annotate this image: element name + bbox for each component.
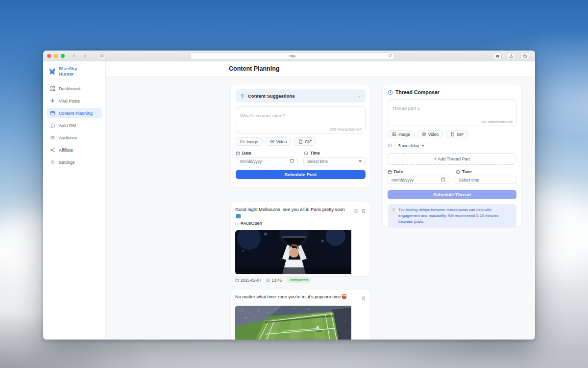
time-label: Time — [310, 151, 320, 156]
sidebar-item-label: Settings — [59, 160, 75, 165]
post-date-value: 2025-02-07 — [241, 278, 261, 283]
share-up-icon — [509, 54, 514, 58]
browser-titlebar: Title — [43, 51, 535, 61]
edit-icon — [353, 209, 358, 213]
thread-composer-header: Thread Composer — [388, 89, 516, 95]
reload-button[interactable] — [388, 53, 392, 58]
new-tab-button[interactable] — [520, 53, 529, 59]
chevron-down-icon — [421, 145, 424, 147]
extension-button[interactable] — [493, 53, 502, 59]
add-thread-part-button[interactable]: + Add Thread Part — [388, 153, 516, 165]
video-button-label: Video — [276, 139, 287, 144]
share-button[interactable] — [507, 53, 515, 59]
post-textarea[interactable]: What's on your mind? 300 characters left — [236, 106, 366, 133]
thread-date-time-inputs: mm/dd/yyyy Select time — [388, 176, 516, 184]
sidebar-item-dashboard[interactable]: Dashboard — [47, 83, 102, 94]
address-bar[interactable]: Title — [190, 53, 394, 59]
date-placeholder: mm/dd/yyyy — [392, 178, 414, 183]
tip-box: Tip: Adding delays between thread posts … — [388, 204, 516, 228]
image-button[interactable]: Image — [388, 130, 415, 138]
post-header: Good night Melbourne, see you all in Par… — [235, 207, 366, 227]
tennis-trophy-photo — [235, 230, 351, 274]
date-input[interactable]: mm/dd/yyyy — [236, 157, 298, 165]
delay-select[interactable]: 5 min delay — [394, 142, 428, 149]
sidebar-item-affiliate[interactable]: Affiliate — [47, 145, 102, 155]
thread-composer-card: Thread Composer Thread part 1 300 charac… — [382, 84, 522, 227]
video-icon — [422, 132, 426, 136]
post-time-value: 13:45 — [271, 278, 282, 283]
app-sidebar: BlueSky Hunter Dashboard Viral Posts Con… — [43, 61, 106, 340]
sidebar-item-auto-dm[interactable]: Auto DM — [47, 120, 102, 131]
zoom-window-button[interactable] — [61, 54, 65, 58]
sidebar-item-label: Audience — [59, 135, 77, 140]
post-hashtag: #AusOpen — [241, 221, 262, 226]
video-button[interactable]: Video — [266, 137, 292, 146]
image-button-label: Image — [398, 132, 410, 137]
thread-media-buttons: Image Video GIF — [388, 130, 516, 138]
char-counter: 300 characters left — [480, 120, 513, 124]
address-bar-text: Title — [289, 54, 296, 58]
sidebar-item-settings[interactable]: Settings — [47, 157, 102, 167]
calendar-icon — [236, 151, 240, 156]
flag-emoji-fallback: FR — [235, 222, 240, 225]
lightbulb-icon — [240, 94, 245, 99]
date-time-inputs: mm/dd/yyyy Select time — [236, 157, 366, 165]
reload-icon — [388, 53, 392, 57]
gif-button[interactable]: GIF — [446, 130, 468, 138]
popcorn-emoji-icon — [342, 294, 346, 299]
content-suggestions-label: Content Suggestions — [248, 93, 295, 99]
thread-part-textarea[interactable]: Thread part 1 300 characters left — [388, 99, 516, 126]
date-input[interactable]: mm/dd/yyyy — [388, 176, 449, 184]
sidebar-item-content-planning[interactable]: Content Planning — [47, 108, 102, 118]
delete-post-button[interactable] — [361, 294, 366, 303]
time-select[interactable]: Select time — [303, 157, 366, 165]
sidebar-item-label: Auto DM — [59, 123, 76, 128]
delete-post-button[interactable] — [361, 207, 366, 227]
calendar-picker-icon[interactable] — [290, 158, 294, 164]
minimize-window-button[interactable] — [54, 54, 58, 58]
schedule-post-button[interactable]: Schedule Post — [236, 170, 366, 179]
video-button[interactable]: Video — [417, 130, 443, 138]
blue-square-emoji-icon — [236, 214, 241, 218]
forward-button[interactable] — [80, 53, 89, 59]
image-icon — [392, 132, 396, 136]
sidebar-toggle-button[interactable] — [97, 53, 106, 59]
clock-icon — [266, 278, 270, 282]
gif-button[interactable]: GIF — [294, 137, 316, 146]
post-time: 13:45 — [266, 278, 282, 283]
time-select[interactable]: Select time — [455, 176, 516, 184]
time-placeholder: Select time — [459, 178, 479, 183]
scheduled-post-card: Good night Melbourne, see you all in Par… — [230, 202, 371, 276]
sidebar-item-viral-posts[interactable]: Viral Posts — [47, 96, 102, 106]
close-window-button[interactable] — [47, 54, 51, 58]
sparkle-icon — [50, 98, 55, 104]
chat-icon — [50, 123, 55, 128]
video-button-label: Video — [428, 132, 439, 137]
sidebar-item-label: Dashboard — [59, 86, 80, 91]
back-button[interactable] — [70, 53, 78, 59]
sidebar-nav: Dashboard Viral Posts Content Planning A… — [43, 83, 105, 167]
calendar-picker-icon[interactable] — [441, 177, 445, 183]
record-circle-icon — [495, 54, 500, 58]
image-button[interactable]: Image — [236, 137, 263, 146]
date-label-group: Date — [236, 151, 304, 156]
sidebar-toggle-icon — [99, 53, 104, 58]
page-header: Content Planning — [106, 61, 535, 77]
post-date: 2025-02-07 — [235, 278, 261, 283]
trash-icon — [361, 296, 366, 301]
media-buttons: Image Video GIF — [236, 137, 366, 146]
post-text: Good night Melbourne, see you all in Par… — [235, 207, 347, 227]
tip-text: Tip: Adding delays between thread posts … — [398, 207, 513, 225]
content-suggestions-banner[interactable]: Content Suggestions → — [236, 89, 366, 103]
edit-post-button[interactable] — [353, 207, 358, 227]
page-title: Content Planning — [229, 65, 279, 72]
clock-icon — [388, 143, 392, 148]
lightbulb-icon — [392, 208, 396, 212]
calendar-icon — [235, 278, 239, 282]
sidebar-item-audience[interactable]: Audience — [47, 132, 102, 143]
gif-button-label: GIF — [457, 132, 464, 137]
file-icon — [450, 132, 455, 136]
schedule-thread-button[interactable]: Schedule Thread — [388, 190, 516, 199]
post-textarea-placeholder: What's on your mind? — [240, 113, 285, 118]
sidebar-item-label: Content Planning — [59, 111, 93, 116]
